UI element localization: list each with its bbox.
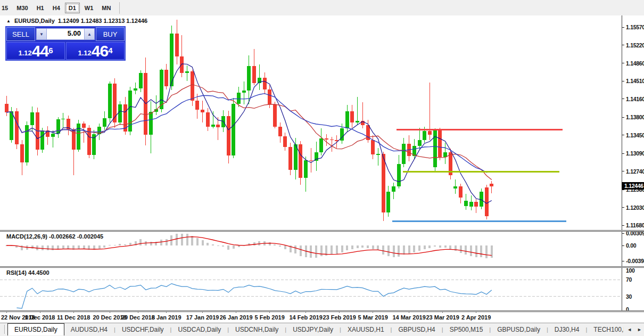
price-axis-label: 1.13450 bbox=[626, 132, 644, 138]
buy-price-pip: 4 bbox=[108, 43, 112, 59]
timeframe-button-mn[interactable]: MN bbox=[98, 3, 114, 13]
chart-tab-dj30-h4[interactable]: DJ30,H4 bbox=[548, 323, 586, 335]
chart-tab-usdcad-daily[interactable]: USDCAD,Daily bbox=[171, 323, 227, 335]
rsi-pane[interactable] bbox=[0, 268, 622, 310]
chart-tab-audusd-h4[interactable]: AUDUSD,H4 bbox=[64, 323, 114, 335]
current-price-box: 1.12446 bbox=[622, 182, 644, 190]
price-axis-label: 1.14510 bbox=[626, 78, 644, 84]
macd-indicator-label: MACD(12,26,9) -0.002662 -0.002045 bbox=[6, 233, 103, 240]
timeframe-button-m30[interactable]: M30 bbox=[13, 3, 31, 13]
sell-price-big: 44 bbox=[32, 44, 48, 59]
sell-price-pip: 6 bbox=[48, 43, 53, 59]
timeframe-button-15[interactable]: 15 bbox=[0, 3, 12, 13]
price-axis-tick bbox=[622, 81, 624, 81]
price-axis-tick bbox=[622, 27, 624, 28]
rsi-axis-label: 100 bbox=[626, 267, 635, 274]
price-axis-tick bbox=[622, 153, 624, 154]
trading-platform: 15M30H1H4D1W1MN 1.155701.152201.148601.1… bbox=[0, 0, 644, 336]
rsi-axis-label: 70 bbox=[626, 276, 632, 283]
chart-symbol-label: EURUSD,Daily bbox=[14, 18, 55, 24]
tab-scroll-right-icon[interactable]: ► bbox=[637, 327, 642, 332]
sell-button[interactable]: SELL bbox=[6, 27, 35, 41]
chart-tab-usdjpy-daily[interactable]: USDJPY,Daily bbox=[286, 323, 340, 335]
price-axis-label: 1.13800 bbox=[626, 114, 644, 120]
tabbar-grip bbox=[4, 325, 5, 334]
sell-price-tile[interactable]: 1.12446 bbox=[6, 42, 65, 60]
volume-decrease-icon[interactable]: ▼ bbox=[36, 28, 47, 40]
volume-increase-icon[interactable]: ▲ bbox=[84, 28, 95, 40]
price-axis-tick bbox=[622, 117, 624, 118]
price-axis-label: 1.15570 bbox=[626, 24, 644, 30]
pane-separator[interactable] bbox=[0, 230, 644, 232]
chart-tab-bar: EURUSD,DailyAUDUSD,H4|USDCHF,Daily|USDCA… bbox=[0, 323, 644, 335]
chart-tab-gbpusd-daily[interactable]: GBPUSD,Daily bbox=[491, 323, 547, 335]
chart-tab-xauusd-h1[interactable]: XAUUSD,H1 bbox=[341, 323, 391, 335]
price-axis-label: 1.12030 bbox=[626, 204, 644, 211]
price-axis-label: 1.14160 bbox=[626, 96, 644, 102]
collapse-triangle-icon[interactable]: ▲ bbox=[6, 19, 11, 23]
price-axis-tick bbox=[622, 190, 624, 190]
timeframe-button-h4[interactable]: H4 bbox=[49, 3, 64, 13]
chart-tab-eurusd-daily[interactable]: EURUSD,Daily bbox=[7, 323, 64, 335]
price-axis-tick bbox=[622, 207, 624, 208]
tab-scroll-left-icon[interactable]: ◄ bbox=[627, 327, 632, 332]
chart-tab-usdchf-daily[interactable]: USDCHF,Daily bbox=[115, 323, 170, 335]
chart-tab-usdcnh-daily[interactable]: USDCNH,Daily bbox=[229, 323, 285, 335]
macd-axis-label: 0.00 bbox=[626, 242, 636, 249]
buy-price-prefix: 1.12 bbox=[78, 48, 91, 59]
price-axis-tick bbox=[622, 63, 624, 63]
toolbar-separator bbox=[119, 2, 120, 14]
chart-tab-sp500-m15[interactable]: SP500,M15 bbox=[443, 323, 490, 335]
macd-axis-tick bbox=[622, 233, 624, 234]
price-axis-tick bbox=[622, 99, 624, 99]
price-axis-tick bbox=[622, 171, 624, 171]
timeframe-button-d1[interactable]: D1 bbox=[65, 3, 80, 13]
timeframe-button-w1[interactable]: W1 bbox=[81, 3, 97, 13]
chart-window: 1.155701.152201.148601.145101.141601.138… bbox=[0, 15, 644, 323]
macd-axis-tick bbox=[622, 261, 624, 261]
price-axis-label: 1.15220 bbox=[626, 42, 644, 48]
buy-price-tile[interactable]: 1.12464 bbox=[66, 42, 125, 60]
price-axis-label: 1.13090 bbox=[626, 150, 644, 157]
macd-axis-tick bbox=[622, 245, 624, 246]
pane-separator bbox=[0, 310, 644, 312]
price-axis-tick bbox=[622, 225, 624, 226]
price-axis-label: 1.14860 bbox=[626, 60, 644, 67]
chart-tab-gbpusd-h4[interactable]: GBPUSD,H4 bbox=[392, 323, 441, 335]
price-axis-label: 1.12740 bbox=[626, 168, 644, 175]
macd-axis-label: -0.003947 bbox=[626, 258, 644, 264]
one-click-trade-panel: SELL ▼ 5.00 ▲ BUY 1.12446 1.12464 bbox=[5, 26, 126, 61]
date-axis-label: 2 Apr 2019 bbox=[455, 314, 498, 321]
sell-price-prefix: 1.12 bbox=[18, 48, 31, 59]
price-axis-label: 1.11680 bbox=[626, 222, 644, 228]
chart-ohlc-quote: 1.12409 1.12483 1.12313 1.12446 bbox=[58, 18, 147, 24]
price-axis-tick bbox=[622, 45, 624, 45]
volume-stepper: ▼ 5.00 ▲ bbox=[35, 27, 96, 41]
volume-input[interactable]: 5.00 bbox=[47, 28, 84, 40]
buy-button[interactable]: BUY bbox=[96, 27, 125, 41]
chart-title: ▲ EURUSD,Daily 1.12409 1.12483 1.12313 1… bbox=[6, 18, 147, 24]
buy-price-big: 46 bbox=[92, 44, 108, 59]
pane-separator[interactable] bbox=[0, 266, 644, 268]
timeframe-toolbar: 15M30H1H4D1W1MN bbox=[0, 0, 644, 16]
price-axis-tick bbox=[622, 135, 624, 135]
timeframe-button-h1[interactable]: H1 bbox=[33, 3, 48, 13]
date-axis[interactable]: 22 Nov 20181 Dec 201811 Dec 201820 Dec 2… bbox=[0, 312, 622, 323]
rsi-indicator-label: RSI(14) 44.4500 bbox=[6, 269, 49, 276]
rsi-axis-label: 30 bbox=[626, 293, 632, 300]
